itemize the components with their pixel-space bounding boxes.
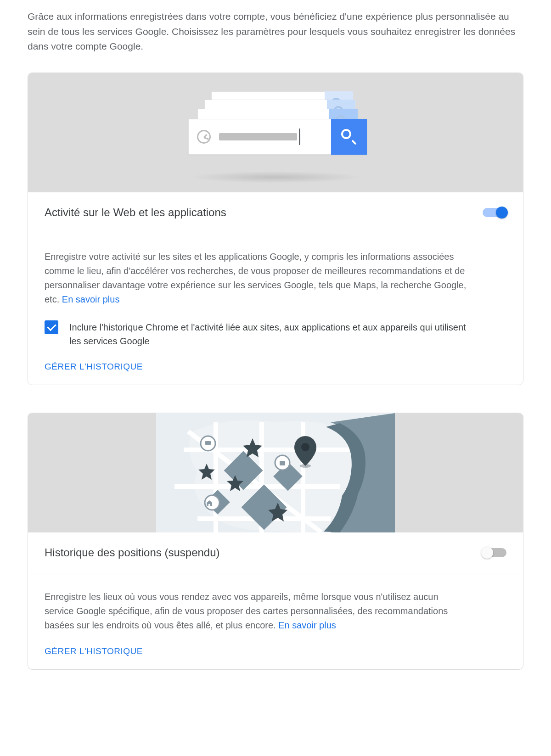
intro-text: Grâce aux informations enregistrées dans… <box>28 9 523 54</box>
web-activity-illustration <box>28 73 523 192</box>
clock-icon <box>197 130 211 144</box>
web-activity-manage-button[interactable]: GÉRER L'HISTORIQUE <box>45 362 143 372</box>
location-history-card: Historique des positions (suspendu) Enre… <box>28 413 523 670</box>
location-history-illustration <box>28 413 523 532</box>
web-activity-description: Enregistre votre activité sur les sites … <box>45 250 467 307</box>
include-chrome-checkbox[interactable] <box>45 320 58 334</box>
location-history-toggle[interactable] <box>483 548 506 557</box>
location-history-manage-button[interactable]: GÉRER L'HISTORIQUE <box>45 646 143 656</box>
web-activity-learn-more-link[interactable]: En savoir plus <box>62 294 120 304</box>
web-activity-title: Activité sur le Web et les applications <box>45 206 226 219</box>
search-icon <box>331 119 367 155</box>
web-activity-card: Activité sur le Web et les applications … <box>28 73 523 385</box>
include-chrome-label: Inclure l'historique Chrome et l'activit… <box>69 320 473 348</box>
svg-rect-14 <box>205 441 211 445</box>
location-history-title: Historique des positions (suspendu) <box>45 546 220 559</box>
location-history-description: Enregistre les lieux où vous vous rendez… <box>45 590 467 633</box>
svg-rect-15 <box>280 461 285 465</box>
svg-point-17 <box>301 443 309 451</box>
location-history-learn-more-link[interactable]: En savoir plus <box>278 620 336 630</box>
web-activity-toggle[interactable] <box>483 208 506 217</box>
